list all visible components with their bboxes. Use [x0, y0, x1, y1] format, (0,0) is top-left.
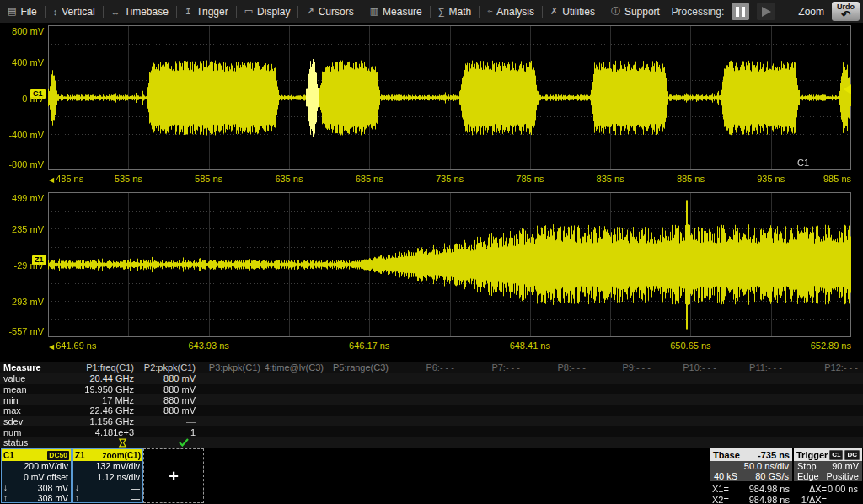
vertical-arrows-icon: ↕ [53, 7, 58, 17]
measure-empty-cell [787, 437, 863, 448]
menu-item-analysis[interactable]: ≈Analysis [480, 0, 542, 23]
measure-empty-cell [394, 426, 459, 437]
measure-value-cell: 1 [139, 426, 201, 437]
c1-scale: 200 mV/div [2, 461, 71, 472]
x1-label: X1= [712, 484, 736, 494]
measure-empty-cell [656, 394, 721, 405]
z1-hscale: 1.12 ns/div [73, 472, 142, 483]
menu-item-file[interactable]: ▤File [0, 0, 45, 23]
measure-column-header[interactable]: P6:- - - [394, 362, 459, 373]
menu-item-measure[interactable]: ▥Measure [362, 0, 430, 23]
measure-column-header[interactable]: P11:- - - [721, 362, 787, 373]
measure-empty-cell [656, 373, 721, 384]
grid-trace-label: C1 [797, 158, 809, 168]
menu-item-label: Math [449, 6, 472, 18]
horizontal-arrows-icon: ↔ [111, 7, 121, 17]
menu-item-utilities[interactable]: ✗Utilities [543, 0, 603, 23]
measure-column-header[interactable]: P9:- - - [591, 362, 656, 373]
zoom-z1-descriptor[interactable]: Z1 zoom(C1) 132 mV/div 1.12 ns/div ↓ — ↑… [72, 448, 143, 503]
measure-empty-cell [394, 373, 459, 384]
measure-table-title: Measure [0, 362, 57, 373]
play-button[interactable] [757, 3, 775, 20]
trigger-mode: Stop [797, 461, 817, 471]
measure-empty-cell [721, 394, 787, 405]
measure-row-label: min [0, 394, 57, 405]
measure-column-header[interactable]: P4:time@lv(C3) [265, 362, 329, 373]
measure-column-header[interactable]: P2:pkpk(C1) [139, 362, 201, 373]
menu-item-math[interactable]: ∑Math [431, 0, 480, 23]
zoom-label: Zoom [798, 6, 824, 18]
bottom-status-bar: C1 DC50 200 mV/div 0 mV offset ↓ 308 mV … [0, 448, 863, 504]
measure-empty-cell [459, 384, 525, 395]
measure-value-cell: — [139, 416, 201, 427]
measure-column-header[interactable]: P12:- - - [787, 362, 863, 373]
undo-button[interactable]: Urdo ↶ [832, 2, 860, 21]
display-monitor-icon: ▭ [244, 6, 253, 17]
measure-value-cell: 1.156 GHz [57, 416, 139, 427]
add-trace-dropzone[interactable]: + [143, 448, 204, 503]
measure-column-header[interactable]: P3:pkpk(C1) [201, 362, 265, 373]
measure-row-label: num [0, 426, 57, 437]
timebase-scale: 50.0 ns/div [744, 461, 789, 471]
measure-row-label: value [0, 373, 57, 384]
measure-empty-cell [265, 394, 329, 405]
x-axis-label: 685 ns [356, 174, 383, 184]
info-icon: ⓘ [611, 5, 620, 18]
menu-item-cursors[interactable]: ↗Cursors [298, 0, 361, 23]
pause-button[interactable] [732, 3, 749, 20]
menu-item-support[interactable]: ⓘSupport [603, 0, 667, 23]
measure-value-cell: 22.46 GHz [57, 405, 139, 416]
measure-value-cell: 880 mV [139, 394, 201, 405]
measure-empty-cell [265, 384, 329, 395]
measure-empty-cell [721, 373, 787, 384]
z1-descriptor-header: Z1 zoom(C1) [73, 449, 142, 461]
measure-empty-cell [721, 426, 787, 437]
measure-value-cell: 4.181e+3 [57, 426, 139, 437]
menu-item-label: Timebase [125, 6, 169, 18]
main-waveform-grid[interactable] [48, 25, 851, 170]
measure-column-header[interactable]: P7:- - - [459, 362, 525, 373]
measure-empty-cell [265, 416, 329, 427]
y-axis-label: -29 mV [0, 260, 44, 271]
measure-column-header[interactable]: P8:- - - [525, 362, 591, 373]
measure-empty-cell [329, 384, 394, 395]
dx-value: 0.00 ns [827, 484, 858, 494]
y-axis-label: 400 mV [0, 57, 44, 67]
utilities-tools-icon: ✗ [550, 6, 558, 17]
measure-empty-cell [787, 384, 863, 395]
c1-min-value: 308 mV [38, 483, 68, 493]
measure-value-cell: 880 mV [139, 405, 201, 416]
measure-empty-cell [329, 373, 394, 384]
check-icon [179, 438, 189, 447]
timebase-descriptor[interactable]: Tbase -735 ns 50.0 ns/div 40 kS 80 GS/s [710, 448, 792, 481]
trigger-level-marker-icon[interactable] [844, 84, 851, 94]
measure-column-header[interactable]: P10:- - - [656, 362, 721, 373]
measure-value-cell: 19.950 GHz [57, 384, 139, 395]
measure-empty-cell [329, 416, 394, 427]
zoom-waveform-grid[interactable] [48, 192, 851, 337]
measure-empty-cell [656, 384, 721, 395]
c1-max-value: 308 mV [38, 493, 68, 503]
x-axis-label: 635 ns [275, 174, 303, 184]
measure-empty-cell [265, 426, 329, 437]
measure-empty-cell [591, 384, 656, 395]
menu-item-label: Display [257, 6, 290, 18]
measure-row-label: status [0, 437, 57, 448]
x-axis-label: 535 ns [115, 174, 142, 184]
menu-item-display[interactable]: ▭Display [237, 0, 298, 23]
measure-column-header[interactable]: P1:freq(C1) [57, 362, 139, 373]
x-axis-label: 735 ns [436, 174, 464, 184]
trigger-descriptor[interactable]: Trigger C1 DC Stop 90 mV Edge Positive [794, 448, 862, 481]
measure-empty-cell [265, 373, 329, 384]
trigger-header: Trigger C1 DC [794, 448, 862, 461]
x-axis-label: 935 ns [757, 174, 785, 184]
channel-c1-descriptor[interactable]: C1 DC50 200 mV/div 0 mV offset ↓ 308 mV … [1, 448, 72, 503]
menu-item-vertical[interactable]: ↕Vertical [46, 0, 103, 23]
measure-column-header[interactable]: P5:range(C3) [329, 362, 394, 373]
math-calculator-icon: ∑ [438, 7, 445, 17]
y-axis-label: 235 mV [0, 224, 44, 234]
menu-item-timebase[interactable]: ↔Timebase [104, 0, 176, 23]
z1-name: Z1 [75, 451, 85, 460]
menu-item-trigger[interactable]: ↥Trigger [177, 0, 236, 23]
x-axis-label: 643.93 ns [188, 340, 228, 351]
